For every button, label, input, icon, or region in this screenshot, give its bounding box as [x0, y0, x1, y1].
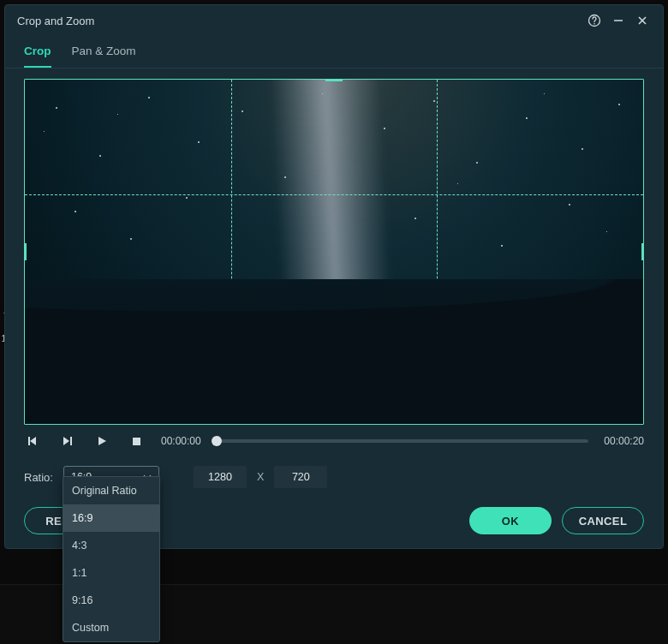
crop-grid-line — [25, 194, 643, 195]
stop-icon — [132, 437, 141, 446]
crop-grid-line — [437, 80, 438, 424]
ratio-option-custom[interactable]: Custom — [63, 614, 159, 641]
crop-handle-edge[interactable] — [325, 422, 343, 425]
tab-crop[interactable]: Crop — [24, 38, 51, 68]
preview-area — [24, 79, 644, 425]
crop-handle-corner[interactable] — [633, 414, 644, 425]
titlebar: Crop and Zoom — [5, 5, 663, 36]
step-back-icon — [28, 436, 39, 446]
play-next-frame-button[interactable] — [58, 432, 77, 450]
crop-handle-corner[interactable] — [24, 414, 35, 425]
ratio-label: Ratio: — [24, 471, 53, 484]
ratio-option-4-3[interactable]: 4:3 — [63, 532, 159, 559]
help-button[interactable] — [582, 9, 606, 33]
crop-zoom-dialog: Crop and Zoom Crop Pan & Zoom — [4, 4, 664, 549]
play-step-icon — [63, 436, 73, 446]
ratio-dropdown: Original Ratio 16:9 4:3 1:1 9:16 Custom — [63, 476, 160, 642]
play-button[interactable] — [92, 432, 111, 450]
ratio-option-1-1[interactable]: 1:1 — [63, 559, 159, 587]
close-button[interactable] — [630, 9, 654, 33]
crop-handle-corner[interactable] — [24, 79, 35, 90]
width-input[interactable] — [194, 466, 247, 488]
crop-handle-corner[interactable] — [633, 79, 644, 90]
stars-layer — [25, 80, 643, 424]
svg-point-1 — [593, 23, 595, 25]
tab-strip: Crop Pan & Zoom — [5, 36, 663, 69]
crop-handle-edge[interactable] — [24, 243, 27, 260]
crop-grid-line — [231, 80, 232, 424]
seek-slider[interactable] — [217, 439, 589, 443]
help-icon — [587, 14, 601, 27]
dimension-separator: X — [257, 471, 264, 483]
tab-pan-zoom[interactable]: Pan & Zoom — [72, 38, 136, 68]
ratio-option-9-16[interactable]: 9:16 — [63, 587, 159, 614]
close-icon — [636, 15, 648, 27]
water-layer — [25, 349, 643, 424]
playback-controls: 00:00:00 00:00:20 — [5, 425, 663, 450]
crop-handle-edge[interactable] — [641, 243, 644, 260]
seek-thumb[interactable] — [212, 436, 222, 446]
play-icon — [97, 436, 107, 446]
svg-marker-9 — [98, 437, 106, 445]
minimize-button[interactable] — [606, 9, 630, 33]
ok-button[interactable]: OK — [469, 507, 552, 534]
ratio-option-original[interactable]: Original Ratio — [63, 477, 159, 504]
step-back-button[interactable] — [24, 432, 43, 450]
cancel-button[interactable]: CANCEL — [562, 507, 644, 534]
svg-rect-6 — [28, 437, 30, 445]
crop-handle-edge[interactable] — [325, 79, 343, 81]
video-preview[interactable] — [24, 79, 644, 425]
current-time: 00:00:00 — [161, 435, 201, 447]
dialog-title: Crop and Zoom — [17, 15, 582, 27]
svg-rect-10 — [133, 438, 140, 445]
duration-time: 00:00:20 — [604, 435, 644, 447]
stop-button[interactable] — [127, 432, 146, 450]
crop-grid-line — [25, 309, 643, 310]
minimize-icon — [612, 15, 624, 27]
height-input[interactable] — [274, 466, 327, 488]
ratio-option-16-9[interactable]: 16:9 — [63, 504, 159, 532]
svg-marker-5 — [30, 437, 36, 445]
svg-rect-8 — [70, 437, 72, 445]
svg-marker-7 — [63, 437, 69, 445]
seek-track — [217, 439, 589, 443]
